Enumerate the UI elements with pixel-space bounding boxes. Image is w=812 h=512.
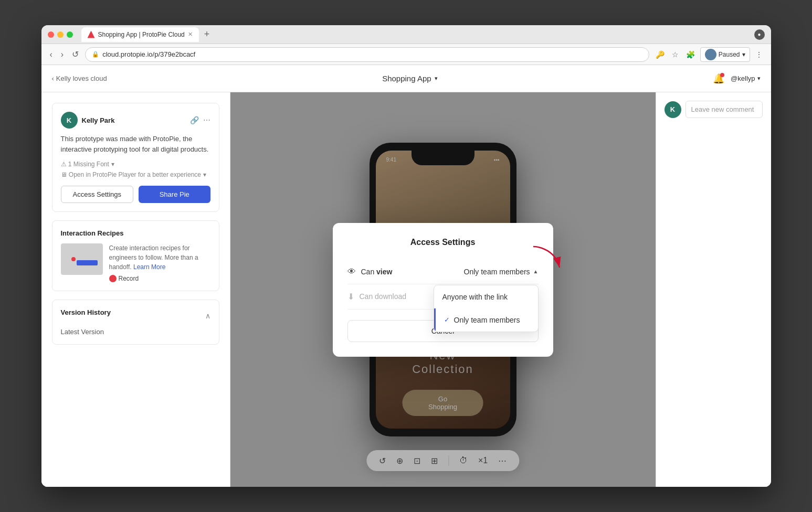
refresh-nav-button[interactable]: ↺ [70,47,81,61]
dropdown-item-team[interactable]: ✓ Only team members [434,308,538,332]
access-settings-button[interactable]: Access Settings [61,186,134,203]
app-title-center: Shopping App ▾ [107,74,713,83]
paused-badge[interactable]: Paused ▾ [700,47,750,62]
app-header: ‹ Kelly loves cloud Shopping App ▾ 🔔 @ke… [41,65,771,92]
download-icon: ⬇ [347,292,354,302]
view-dropdown-arrow: ▲ [533,269,539,274]
back-nav-button[interactable]: ‹ [48,48,55,61]
leave-comment-input[interactable]: Leave new comment [686,101,763,118]
recipe-description: Create interaction recipes for engineers… [109,243,210,272]
modal-title: Access Settings [347,238,539,247]
user-avatar: K [61,112,78,129]
extension-icon: ● [754,29,765,40]
bookmark-icon[interactable]: ☆ [670,48,681,61]
minimize-button[interactable] [57,31,64,38]
active-tab[interactable]: Shopping App | ProtoPie Cloud ✕ [81,27,199,42]
tab-title: Shopping App | ProtoPie Cloud [98,31,185,38]
new-tab-button[interactable]: + [201,28,213,41]
can-view-value[interactable]: Only team members ▲ [464,268,539,276]
puzzle-icon[interactable]: 🧩 [684,48,697,61]
sidebar: K Kelly Park 🔗 ⋯ This prototype was made… [41,92,230,487]
right-panel: K Leave new comment [656,92,771,487]
missing-font-label: ⚠ 1 Missing Font [61,161,109,168]
comment-card: K Kelly Park 🔗 ⋯ This prototype was made… [52,103,219,212]
dropdown-item-anyone[interactable]: Anyone with the link [434,285,538,308]
card-buttons: Access Settings Share Pie [61,186,210,203]
recipe-text-area: Create interaction recipes for engineers… [109,243,210,282]
open-player-chevron: ▾ [203,171,206,178]
recipe-thumbnail [61,243,103,275]
app-content: ‹ Kelly loves cloud Shopping App ▾ 🔔 @ke… [41,65,771,487]
comment-text: This prototype was made with ProtoPie, t… [61,134,210,154]
share-pie-button[interactable]: Share Pie [139,186,210,203]
can-download-label: Can download [360,292,407,301]
notification-dot [720,73,724,77]
user-chevron-icon: ▾ [757,75,761,82]
back-link[interactable]: ‹ Kelly loves cloud [52,74,107,82]
more-options-icon[interactable]: ⋮ [753,48,765,61]
interaction-recipes-title: Interaction Recipes [61,229,210,237]
recipe-content: Create interaction recipes for engineers… [61,243,210,282]
version-header: Version History ∧ [61,308,210,323]
user-menu[interactable]: @kellyp ▾ [731,74,760,82]
latest-version-label: Latest Version [61,328,210,336]
tab-bar: Shopping App | ProtoPie Cloud ✕ + [81,27,750,42]
paused-chevron: ▾ [742,51,745,58]
access-settings-modal: Access Settings 👁 Can view Only team mem… [333,223,553,357]
open-player-row[interactable]: 🖥 Open in ProtoPie Player for a better e… [61,171,210,178]
forward-nav-button[interactable]: › [59,48,66,61]
missing-font-row[interactable]: ⚠ 1 Missing Font ▾ [61,161,210,168]
comment-user-name: Kelly Park [82,116,115,124]
view-dropdown-menu: Anyone with the link ✓ Only team members [434,285,539,332]
title-bar: Shopping App | ProtoPie Cloud ✕ + ● [41,25,771,44]
can-view-label: Can view [361,268,393,276]
app-title: Shopping App [382,74,431,83]
eye-icon: 👁 [347,267,356,276]
address-input-field[interactable]: 🔒 cloud.protopie.io/p/379e2bcacf [85,47,649,62]
version-history-title: Version History [61,308,111,316]
more-comment-icon[interactable]: ⋯ [203,116,210,124]
address-bar: ‹ › ↺ 🔒 cloud.protopie.io/p/379e2bcacf 🔑… [41,44,771,65]
user-avatar-small [705,49,716,60]
comment-header: K Kelly Park 🔗 ⋯ [61,112,210,129]
open-player-label: 🖥 Open in ProtoPie Player for a better e… [61,171,201,178]
comment-actions: 🔗 ⋯ [190,116,210,124]
version-history-card: Version History ∧ Latest Version [52,300,219,345]
interaction-recipes-card: Interaction Recipes Create interaction r… [52,220,219,291]
recipe-dot [71,257,76,261]
link-icon[interactable]: 🔗 [190,116,199,124]
avatar-initial: K [67,116,71,124]
browser-actions: 🔑 ☆ 🧩 Paused ▾ ⋮ [653,47,765,62]
tab-favicon [88,31,95,38]
close-button[interactable] [48,31,54,38]
lock-icon: 🔒 [92,51,99,58]
key-icon[interactable]: 🔑 [653,48,667,61]
browser-window: Shopping App | ProtoPie Cloud ✕ + ● ‹ › … [41,25,771,487]
user-label: @kellyp [731,74,755,82]
version-collapse-icon[interactable]: ∧ [205,312,210,320]
dropdown-team-label: Only team members [454,316,520,324]
dropdown-anyone-label: Anyone with the link [442,293,508,301]
back-link-label: Kelly loves cloud [56,74,107,82]
dropdown-check-icon: ✓ [444,316,450,324]
learn-more-link[interactable]: Learn More [133,263,165,271]
modal-overlay[interactable]: Access Settings 👁 Can view Only team mem… [230,92,656,487]
can-view-value-text: Only team members [464,268,530,276]
main-layout: K Kelly Park 🔗 ⋯ This prototype was made… [41,92,771,487]
record-label: Record [119,275,139,282]
notification-button[interactable]: 🔔 [713,73,724,84]
title-chevron-icon[interactable]: ▾ [435,75,438,82]
url-text: cloud.protopie.io/p/379e2bcacf [102,50,195,58]
can-view-row: 👁 Can view Only team members ▲ Anyone wi… [347,260,539,284]
right-user-avatar: K [665,101,681,118]
maximize-button[interactable] [67,31,73,38]
header-right: 🔔 @kellyp ▾ [713,73,760,84]
right-avatar-initial: K [670,105,675,113]
record-dot-icon [109,275,117,282]
back-chevron-icon: ‹ [52,74,54,82]
recipe-bar [77,260,98,265]
record-button[interactable]: Record [109,275,210,282]
right-comment-input: K Leave new comment [665,101,763,118]
paused-label: Paused [719,51,740,58]
tab-close-icon[interactable]: ✕ [188,31,193,38]
